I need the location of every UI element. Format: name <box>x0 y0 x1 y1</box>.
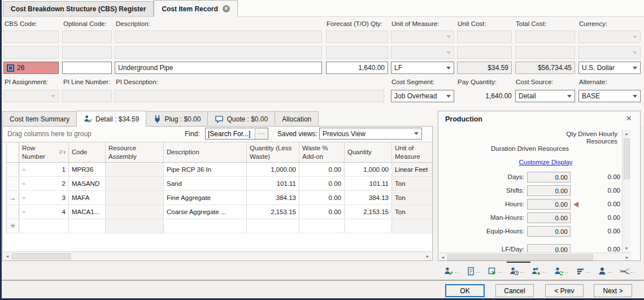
customize-display-link[interactable]: Customize Display <box>506 159 585 166</box>
note-button[interactable]: .. <box>467 267 481 276</box>
cbs-code-label: CBS Code: <box>5 20 37 27</box>
expand-icon[interactable]: + <box>22 194 25 201</box>
expand-icon[interactable]: + <box>22 166 25 173</box>
table-row-new[interactable]: ✳ <box>7 219 433 233</box>
saved-views-combo[interactable]: Previous View <box>319 128 422 140</box>
uom-combo[interactable]: LF <box>391 62 454 74</box>
scroll-thumb[interactable] <box>12 253 71 259</box>
table-row[interactable]: +2 MASAND Sand 101.11 0.00 101.11 Ton <box>7 177 433 191</box>
expand-icon[interactable]: + <box>22 180 25 187</box>
production-horizontal-scrollbar[interactable]: ◄ ► <box>439 253 631 261</box>
total-cost-field-parent2 <box>515 46 575 59</box>
resource-check-button[interactable]: .. <box>444 267 459 276</box>
optional-code-field[interactable] <box>62 62 112 74</box>
resource-clock-button[interactable]: .. <box>510 267 525 276</box>
tab-allocation-label: Allocation <box>282 115 311 123</box>
col-resource-assembly[interactable]: Resource Assembly <box>106 142 164 163</box>
forecast-qty-field-parent2 <box>326 46 388 59</box>
chevron-down-icon <box>414 132 419 135</box>
scroll-right-icon[interactable]: ► <box>623 253 631 261</box>
equip-hours-input[interactable]: 0.00 <box>527 226 571 237</box>
description-cell: Fine Aggregate <box>164 191 247 205</box>
splitter-grip[interactable] <box>507 262 530 263</box>
resource-assembly-cell <box>106 163 164 177</box>
alternate-combo[interactable]: BASE <box>578 90 641 102</box>
resource-grid: Row Number Code Resource Assembly Descri… <box>6 142 433 233</box>
description-label: Description: <box>116 20 150 27</box>
add-resources-button[interactable]: .. <box>532 267 547 276</box>
hours-input[interactable]: 0.00 <box>527 199 571 210</box>
tab-cost-item-summary[interactable]: Cost Item Summary <box>2 111 77 126</box>
trend-curves-button[interactable]: .. <box>620 267 636 276</box>
forecast-qty-field[interactable] <box>326 62 388 74</box>
ok-button[interactable]: OK <box>445 284 485 297</box>
col-waste-addon[interactable]: Waste % Add-on <box>299 142 345 163</box>
row-number-cell <box>19 219 69 233</box>
tab-detail[interactable]: Detail : $34.59 <box>76 111 146 127</box>
production-row-man-hours: Man-Hours: 0.00 0.00 <box>438 212 630 224</box>
description-cell: Coarse Aggregate ... <box>164 205 247 219</box>
next-button[interactable]: Next > <box>594 284 632 297</box>
tab-close-icon[interactable]: ✕ <box>223 5 230 12</box>
code-cell: MAFA <box>69 191 106 205</box>
resource-assembly-cell <box>106 177 164 191</box>
col-description[interactable]: Description <box>164 142 247 163</box>
row-state-cell <box>7 177 19 191</box>
optional-code-field-parent2 <box>62 46 112 59</box>
grid-horizontal-scrollbar[interactable]: ◄ ► <box>3 251 432 260</box>
scroll-right-icon[interactable]: ► <box>424 252 432 260</box>
group-by-band[interactable]: Drag columns here to group Find: ··· Sav… <box>3 127 432 142</box>
tab-cbs-register-label: Cost Breakdown Structure (CBS) Register <box>11 5 146 13</box>
cost-segment-combo[interactable]: Job Overhead <box>391 90 454 102</box>
scroll-left-icon[interactable]: ◄ <box>439 253 447 261</box>
expand-icon[interactable]: + <box>22 208 25 215</box>
table-row[interactable]: +4 MACA1... Coarse Aggregate ... 2,153.1… <box>7 205 433 219</box>
tab-plug[interactable]: Plug : $0.00 <box>146 111 208 126</box>
waste-pct-cell <box>299 219 345 233</box>
cost-source-combo[interactable]: Detail <box>515 90 575 102</box>
waste-pct-cell: 0.00 <box>299 191 345 205</box>
tab-allocation[interactable]: Allocation <box>275 111 319 126</box>
new-row-icon: ✳ <box>7 219 19 233</box>
description-field[interactable] <box>115 62 322 74</box>
update-resource-button[interactable]: .. <box>554 267 569 276</box>
cbs-code-field-parent1 <box>3 31 59 43</box>
table-row[interactable]: +1 MPR36 Pipe RCP 36 In 1,000.00 0.00 1,… <box>7 163 433 177</box>
col-code[interactable]: Code <box>69 142 106 163</box>
outline-bars-button[interactable]: .. <box>576 267 590 276</box>
col-qty-less-waste[interactable]: Quantity (Less Waste) <box>247 142 299 163</box>
find-input[interactable] <box>206 128 255 139</box>
tab-cost-item-record[interactable]: Cost Item Record ✕ <box>154 0 237 17</box>
shifts-input[interactable]: 0.00 <box>527 185 571 196</box>
prev-button[interactable]: < Prev <box>545 284 584 297</box>
find-browse-button[interactable]: ··· <box>255 128 268 139</box>
days-input[interactable]: 0.00 <box>527 172 571 182</box>
cbs-code-value: 26 <box>17 64 24 72</box>
cbs-code-field[interactable]: 26 <box>3 62 59 74</box>
scroll-left-icon[interactable]: ◄ <box>3 252 11 260</box>
cancel-button[interactable]: Cancel <box>495 284 534 297</box>
forecast-qty-label: Forecast (T/O) Qty: <box>327 20 382 27</box>
man-hours-input[interactable]: 0.00 <box>527 212 571 223</box>
col-quantity[interactable]: Quantity <box>345 142 392 163</box>
col-uom[interactable]: Unit of Measure <box>392 142 433 163</box>
tab-quote[interactable]: Quote : $0.00 <box>207 111 275 126</box>
saved-views-label: Saved views: <box>277 130 317 138</box>
production-close-icon[interactable]: ✕ <box>626 115 632 122</box>
production-vertical-scrollbar[interactable]: ▲ ▼ <box>622 129 630 253</box>
row-state-cell <box>7 163 19 177</box>
tab-cbs-register[interactable]: Cost Breakdown Structure (CBS) Register <box>3 1 154 16</box>
scroll-up-icon[interactable]: ▲ <box>623 129 630 138</box>
resource-clock-icon <box>510 267 519 276</box>
col-row-number[interactable]: Row Number <box>19 142 69 163</box>
scroll-thumb[interactable] <box>624 138 630 179</box>
lf-day-label: LF/Day: <box>438 246 524 253</box>
window-tabbar: Cost Breakdown Structure (CBS) Register … <box>2 0 644 17</box>
quantity-cell: 2,153.15 <box>345 205 392 219</box>
export-button[interactable]: .. <box>488 267 502 276</box>
scroll-thumb[interactable] <box>447 254 593 260</box>
currency-combo[interactable]: U.S. Dollar <box>578 62 641 74</box>
resource-button[interactable]: .. <box>598 267 612 276</box>
scroll-down-icon[interactable]: ▼ <box>623 244 630 253</box>
table-row-current[interactable]: → +3 MAFA Fine Aggregate 384.13 0.00 384… <box>7 191 433 205</box>
